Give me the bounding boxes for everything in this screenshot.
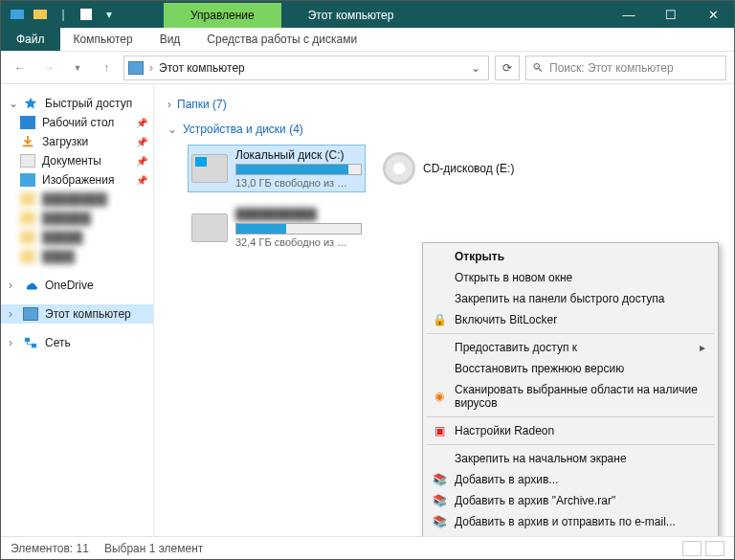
ribbon-tab-file[interactable]: Файл (1, 28, 60, 51)
download-icon (20, 135, 35, 148)
drive-e-cd[interactable]: CD-дисковод (E:) (380, 146, 556, 191)
nav-desktop[interactable]: Рабочий стол📌 (1, 113, 153, 132)
search-box[interactable]: 🔍︎ Поиск: Этот компьютер (525, 56, 726, 80)
nav-back-button[interactable]: ← (9, 56, 32, 79)
desktop-icon (20, 116, 35, 129)
qat-dropdown-icon[interactable]: ▾ (102, 8, 116, 21)
ctx-archive-email[interactable]: 📚Добавить в архив и отправить по e-mail.… (426, 511, 715, 532)
qat-separator: | (56, 8, 70, 21)
submenu-arrow-icon: ▸ (700, 341, 705, 354)
pin-icon: 📌 (136, 118, 147, 128)
svg-rect-2 (80, 9, 92, 20)
window-title: Этот компьютер (281, 3, 421, 28)
folder-icon (20, 250, 35, 263)
ribbon-tab-computer[interactable]: Компьютер (60, 28, 146, 51)
ctx-open-new-window[interactable]: Открыть в новом окне (426, 267, 715, 288)
svg-rect-1 (33, 10, 47, 19)
ctx-archive-rar[interactable]: 📚Добавить в архив "Archive.rar" (426, 490, 715, 511)
properties-qat-icon[interactable] (79, 8, 93, 21)
nav-history-dropdown[interactable]: ▼ (66, 56, 89, 79)
folder-icon (20, 212, 35, 225)
search-icon: 🔍︎ (532, 61, 544, 75)
folder-icon (20, 231, 35, 244)
drive-usage-bar (235, 164, 362, 175)
ctx-scan-virus[interactable]: ◉Сканировать выбранные области на наличи… (426, 379, 715, 414)
titlebar-tabs: Управление Этот компьютер (164, 1, 420, 28)
group-folders[interactable]: ›Папки (7) (167, 92, 721, 117)
drive-label: Локальный диск (C:) (235, 148, 362, 162)
drive-free-text: 13,0 ГБ свободно из … (235, 177, 362, 189)
pc-icon (23, 307, 38, 321)
nav-pinned-folder[interactable]: ██████ (1, 209, 153, 228)
group-devices[interactable]: ⌄Устройства и диски (4) (167, 117, 721, 142)
ctx-bitlocker[interactable]: 🔒Включить BitLocker (426, 309, 715, 330)
ctx-pin-quick-access[interactable]: Закрепить на панели быстрого доступа (426, 288, 715, 309)
ribbon-tab-view[interactable]: Вид (146, 28, 194, 51)
nav-pinned-folder[interactable]: █████ (1, 228, 153, 247)
window-controls: — ☐ ✕ (608, 1, 734, 28)
ctx-open[interactable]: Открыть (426, 246, 715, 267)
drive-icon (191, 213, 228, 242)
quick-access-toolbar: | ▾ (1, 1, 125, 28)
drive-free-text: 32,4 ГБ свободно из … (235, 236, 362, 248)
nav-quick-access[interactable]: ⌄Быстрый доступ (1, 94, 153, 113)
nav-network[interactable]: ›Сеть (1, 333, 153, 352)
drive-label: CD-дисковод (E:) (423, 162, 553, 175)
minimize-button[interactable]: — (608, 1, 650, 28)
pc-icon (128, 61, 144, 75)
nav-documents[interactable]: Документы📌 (1, 151, 153, 170)
drive-icon (191, 154, 228, 183)
view-details-button[interactable] (682, 541, 702, 556)
ctx-archive-rar-email[interactable]: 📚Добавить в архив "Archive.rar" и отправ… (426, 532, 715, 536)
nav-pinned-folder[interactable]: ████ (1, 247, 153, 266)
ribbon-tabs: Файл Компьютер Вид Средства работы с дис… (1, 28, 734, 52)
winrar-icon: 📚 (432, 493, 447, 508)
search-placeholder: Поиск: Этот компьютер (549, 61, 674, 75)
ctx-radeon[interactable]: ▣Настройки Radeon (426, 420, 715, 441)
document-icon (20, 154, 35, 168)
chevron-down-icon: ⌄ (167, 123, 177, 136)
nav-onedrive[interactable]: ›OneDrive (1, 276, 153, 295)
status-selection: Выбран 1 элемент (104, 542, 203, 555)
address-row: ← → ▼ ↑ › Этот компьютер ⌄ ⟳ 🔍︎ Поиск: Э… (1, 52, 734, 84)
folder-icon (20, 192, 35, 206)
ribbon-tab-disk-tools[interactable]: Средства работы с дисками (193, 28, 370, 51)
separator (427, 444, 714, 445)
maximize-button[interactable]: ☐ (650, 1, 692, 28)
chevron-right-icon: › (167, 98, 171, 111)
network-icon (23, 336, 38, 349)
nav-this-pc[interactable]: ›Этот компьютер (1, 304, 153, 324)
separator (427, 416, 714, 417)
pin-icon: 📌 (136, 137, 147, 147)
ctx-restore[interactable]: Восстановить прежнюю версию (426, 358, 715, 379)
pictures-icon (20, 173, 35, 187)
onedrive-icon (23, 279, 38, 292)
address-path: Этот компьютер (159, 61, 461, 75)
explorer-icon[interactable] (11, 8, 24, 21)
pin-icon: 📌 (136, 156, 147, 167)
nav-pinned-folder[interactable]: ████████ (1, 190, 153, 209)
context-menu: Открыть Открыть в новом окне Закрепить н… (422, 242, 719, 536)
ctx-pin-start[interactable]: Закрепить на начальном экране (426, 448, 715, 469)
view-large-button[interactable] (705, 541, 724, 556)
ctx-archive[interactable]: 📚Добавить в архив... (426, 469, 715, 490)
address-bar[interactable]: › Этот компьютер ⌄ (123, 56, 489, 80)
close-button[interactable]: ✕ (692, 1, 734, 28)
status-bar: Элементов: 11 Выбран 1 элемент (1, 536, 734, 559)
nav-forward-button[interactable]: → (37, 56, 60, 79)
drive-c[interactable]: Локальный диск (C:) 13,0 ГБ свободно из … (189, 146, 365, 191)
contextual-tab-manage[interactable]: Управление (164, 3, 281, 28)
refresh-button[interactable]: ⟳ (495, 56, 520, 80)
nav-up-button[interactable]: ↑ (95, 56, 118, 79)
drive-other[interactable]: ██████████ 32,4 ГБ свободно из … (189, 205, 365, 251)
ctx-share[interactable]: Предоставить доступ к▸ (426, 337, 715, 358)
explorer-window: | ▾ Управление Этот компьютер — ☐ ✕ Файл… (0, 0, 735, 560)
folder-icon[interactable] (33, 8, 47, 21)
star-icon (23, 97, 38, 110)
nav-downloads[interactable]: Загрузки📌 (1, 132, 153, 151)
address-dropdown-icon[interactable]: ⌄ (467, 61, 484, 75)
drive-usage-bar (235, 223, 362, 235)
nav-pictures[interactable]: Изображения📌 (1, 170, 153, 190)
drive-label: ██████████ (235, 208, 362, 221)
svg-rect-0 (11, 10, 24, 19)
